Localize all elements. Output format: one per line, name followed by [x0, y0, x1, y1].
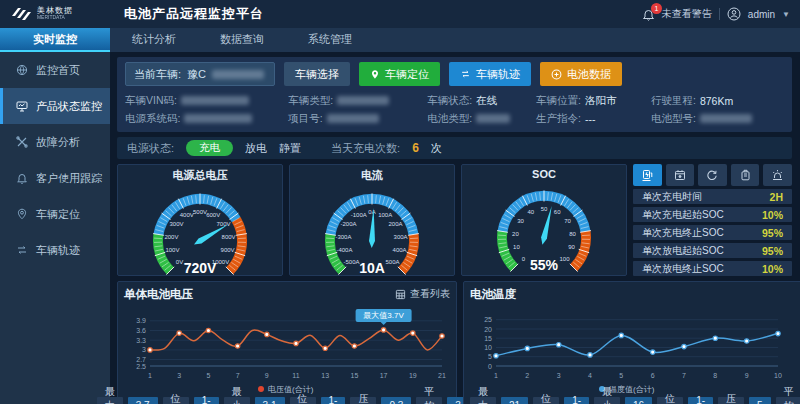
view-list-button[interactable]: 查看列表: [395, 287, 450, 301]
header-divider: [719, 8, 720, 20]
svg-text:9: 9: [745, 372, 749, 379]
battery-plus-icon: [551, 69, 562, 80]
stat-chip-label: 位置: [290, 397, 316, 404]
masked-value: [476, 114, 510, 123]
stat-chip-value: 1-1: [321, 397, 346, 404]
charge-pile-icon: [641, 169, 653, 182]
svg-text:80: 80: [569, 231, 576, 237]
svg-text:19: 19: [409, 372, 417, 379]
sidebar: 监控首页 产品状态监控 故障分析 客户使用跟踪 车辆定位 车辆轨迹: [0, 52, 110, 404]
gauge-title: 电源总电压: [118, 168, 282, 183]
svg-text:2.5: 2.5: [136, 363, 146, 370]
tab-realtime-monitor[interactable]: 实时监控: [0, 28, 110, 52]
stat-chip-value: 21: [501, 397, 528, 404]
svg-text:0: 0: [522, 256, 526, 262]
current-gauge: -500A-400A-300A-200A-100A0A100A200A300A4…: [290, 183, 454, 277]
globe-icon: [16, 64, 28, 76]
route-icon: [460, 69, 471, 79]
svg-text:21: 21: [438, 372, 446, 379]
svg-text:13: 13: [321, 372, 329, 379]
svg-text:5: 5: [619, 372, 623, 379]
svg-text:10: 10: [513, 244, 520, 250]
calendar-icon-button[interactable]: [666, 164, 695, 186]
notification-bell-icon[interactable]: 1: [642, 8, 655, 21]
battery-data-button[interactable]: 电池数据: [540, 62, 622, 86]
stat-chip-label: 最小值: [594, 397, 620, 404]
svg-text:-100A: -100A: [351, 212, 367, 218]
svg-text:55%: 55%: [530, 257, 559, 273]
sidebar-item-label: 故障分析: [36, 135, 80, 150]
svg-text:90: 90: [568, 244, 575, 250]
svg-text:7: 7: [682, 372, 686, 379]
battery-pack-icon-button[interactable]: [731, 164, 760, 186]
chevron-down-icon[interactable]: ▼: [782, 10, 790, 19]
vehicle-locate-button[interactable]: 车辆定位: [359, 62, 440, 86]
svg-text:10: 10: [774, 372, 782, 379]
stat-row-charge-start-soc: 单次充电起始SOC 10%: [633, 207, 792, 222]
page-title: 电池产品远程监控平台: [124, 5, 264, 23]
cycle-icon: [706, 169, 718, 181]
info-battery-type: 电池类型:: [427, 111, 536, 126]
masked-plate-value: [212, 70, 264, 79]
charge-pile-icon-button[interactable]: [633, 164, 662, 186]
alarm-icon-button[interactable]: [763, 164, 792, 186]
svg-text:30: 30: [517, 218, 524, 224]
vehicle-track-button[interactable]: 车辆轨迹: [449, 62, 531, 86]
status-discharge[interactable]: 放电: [245, 141, 267, 156]
power-status-bar: 电源状态: 充电 放电 静置 当天充电次数: 6 次: [117, 137, 792, 159]
alarm-light-icon: [771, 169, 784, 181]
svg-text:17: 17: [380, 372, 388, 379]
stat-chip-value: 3.1: [255, 397, 285, 404]
tab-statistics[interactable]: 统计分析: [110, 28, 198, 52]
stat-chip-label: 平均值: [776, 397, 800, 404]
svg-text:10A: 10A: [359, 260, 385, 276]
info-power-system-code: 电源系统码:: [125, 111, 288, 126]
route-icon: [16, 244, 28, 256]
status-charge-pill[interactable]: 充电: [186, 140, 233, 156]
header-right: 1 未查看警告 admin ▼: [642, 7, 790, 21]
username[interactable]: admin: [748, 9, 775, 20]
cycle-icon-button[interactable]: [698, 164, 727, 186]
app-header: 美林数据 MERITDATA 电池产品远程监控平台 1 未查看警告 admin …: [0, 0, 800, 28]
svg-text:6: 6: [651, 372, 655, 379]
tab-system-manage[interactable]: 系统管理: [286, 28, 374, 52]
vehicle-select-button[interactable]: 车辆选择: [284, 62, 350, 86]
svg-text:0: 0: [488, 363, 492, 370]
info-project-no: 项目号:: [288, 111, 427, 126]
svg-text:25: 25: [484, 316, 492, 323]
sidebar-item-vehicle-locate[interactable]: 车辆定位: [0, 196, 110, 232]
charge-count-value: 6: [412, 141, 419, 155]
sidebar-item-customer-usage[interactable]: 客户使用跟踪: [0, 160, 110, 196]
monitor-icon: [16, 100, 28, 112]
alert-label[interactable]: 未查看警告: [662, 7, 712, 21]
svg-text:-400A: -400A: [336, 247, 352, 253]
sidebar-item-fault-analysis[interactable]: 故障分析: [0, 124, 110, 160]
stat-chip-label: 最大值: [470, 397, 496, 404]
stat-row-charge-time: 单次充电时间 2H: [633, 189, 792, 204]
sidebar-item-label: 车辆定位: [36, 207, 80, 222]
voltage-gauge: 0V100V200V300V400V500V600V700V800V900V10…: [118, 183, 282, 277]
tab-data-query[interactable]: 数据查询: [198, 28, 286, 52]
stat-chip-value: 3.7: [128, 397, 158, 404]
stat-chip-value: 1-1: [194, 397, 219, 404]
svg-text:400V: 400V: [180, 212, 194, 218]
list-grid-icon: [395, 289, 406, 300]
sidebar-item-monitor-home[interactable]: 监控首页: [0, 52, 110, 88]
svg-text:温度值(合计): 温度值(合计): [609, 385, 655, 394]
current-vehicle-field[interactable]: 当前车辆: 豫C: [125, 62, 275, 86]
sidebar-item-product-status[interactable]: 产品状态监控: [0, 88, 110, 124]
sidebar-item-vehicle-track[interactable]: 车辆轨迹: [0, 232, 110, 268]
info-vin: 车辆VIN码:: [125, 93, 288, 108]
status-idle[interactable]: 静置: [279, 141, 301, 156]
vehicle-track-label: 车辆轨迹: [476, 67, 520, 82]
gauge-card-current: 电流 -500A-400A-300A-200A-100A0A100A200A30…: [289, 164, 455, 276]
svg-text:3.6: 3.6: [136, 327, 146, 334]
meritdata-logo-icon: [10, 6, 32, 22]
stat-row-charge-end-soc: 单次充电终止SOC 95%: [633, 225, 792, 240]
gauge-title: SOC: [462, 168, 626, 180]
chart-title: 电池温度: [470, 287, 516, 302]
stat-chip-value: 16: [625, 397, 652, 404]
charts-row: 单体电池电压 查看列表 2.52.733.33.63.9135791113151…: [117, 281, 792, 404]
power-status-label: 电源状态:: [127, 141, 174, 156]
charge-count-label: 当天充电次数:: [331, 141, 400, 156]
